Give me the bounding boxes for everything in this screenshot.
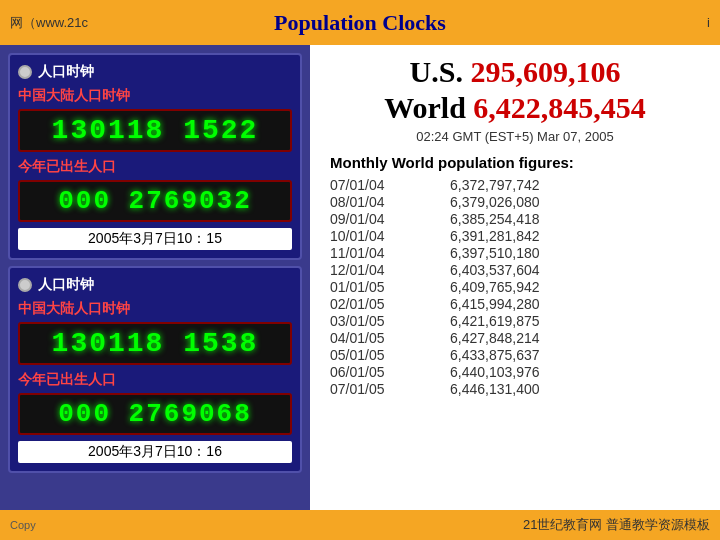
- widget-1-main-display: 130118 1522: [18, 109, 292, 152]
- population-table: 07/01/046,372,797,74208/01/046,379,026,0…: [330, 177, 700, 397]
- table-row-date-9: 04/01/05: [330, 330, 430, 346]
- table-row-date-3: 10/01/04: [330, 228, 430, 244]
- bottom-bar: Copy 21世纪教育网 普通教学资源模板: [0, 510, 720, 540]
- widget-2-timestamp: 2005年3月7日10：16: [18, 441, 292, 463]
- table-row-date-6: 01/01/05: [330, 279, 430, 295]
- table-row-date-8: 03/01/05: [330, 313, 430, 329]
- table-row-value-8: 6,421,619,875: [450, 313, 700, 329]
- widget-1-section-label: 中国大陆人口时钟: [18, 87, 292, 105]
- table-row-value-4: 6,397,510,180: [450, 245, 700, 261]
- widget-2-title: 人口时钟: [38, 276, 94, 294]
- clock-widget-1: 人口时钟 中国大陆人口时钟 130118 1522 今年已出生人口 000 27…: [8, 53, 302, 260]
- widget-1-title: 人口时钟: [38, 63, 94, 81]
- widget-2-header: 人口时钟: [18, 276, 292, 294]
- table-row-value-0: 6,372,797,742: [450, 177, 700, 193]
- top-bar-logo: i: [707, 15, 710, 30]
- clock-widget-2: 人口时钟 中国大陆人口时钟 130118 1538 今年已出生人口 000 27…: [8, 266, 302, 473]
- table-row-date-5: 12/01/04: [330, 262, 430, 278]
- table-row-date-1: 08/01/04: [330, 194, 430, 210]
- table-row-date-7: 02/01/05: [330, 296, 430, 312]
- widget-2-main-display: 130118 1538: [18, 322, 292, 365]
- top-bar-left-text: 网（www.21c: [10, 14, 88, 32]
- left-panel: 人口时钟 中国大陆人口时钟 130118 1522 今年已出生人口 000 27…: [0, 45, 310, 510]
- us-label: U.S.: [410, 55, 463, 88]
- widget-1-sub-display: 000 2769032: [18, 180, 292, 222]
- widget-1-timestamp: 2005年3月7日10：15: [18, 228, 292, 250]
- table-row-date-4: 11/01/04: [330, 245, 430, 261]
- gmt-line: 02:24 GMT (EST+5) Mar 07, 2005: [330, 129, 700, 144]
- monthly-title: Monthly World population figures:: [330, 154, 700, 171]
- world-number: 6,422,845,454: [473, 91, 646, 124]
- table-row-value-5: 6,403,537,604: [450, 262, 700, 278]
- top-bar: 网（www.21c Population Clocks i: [0, 0, 720, 45]
- table-row-value-1: 6,379,026,080: [450, 194, 700, 210]
- main-content: 人口时钟 中国大陆人口时钟 130118 1522 今年已出生人口 000 27…: [0, 45, 720, 510]
- bottom-left-text: Copy: [10, 519, 36, 531]
- table-row-date-12: 07/01/05: [330, 381, 430, 397]
- radio-icon-2[interactable]: [18, 278, 32, 292]
- widget-1-header: 人口时钟: [18, 63, 292, 81]
- table-row-value-12: 6,446,131,400: [450, 381, 700, 397]
- radio-icon-1[interactable]: [18, 65, 32, 79]
- right-panel: U.S. 295,609,106 World 6,422,845,454 02:…: [310, 45, 720, 510]
- top-bar-title: Population Clocks: [274, 10, 446, 36]
- bottom-right-text: 21世纪教育网 普通教学资源模板: [523, 516, 710, 534]
- table-row-date-11: 06/01/05: [330, 364, 430, 380]
- table-row-value-2: 6,385,254,418: [450, 211, 700, 227]
- table-row-date-2: 09/01/04: [330, 211, 430, 227]
- table-row-value-7: 6,415,994,280: [450, 296, 700, 312]
- widget-2-sub-label: 今年已出生人口: [18, 371, 292, 389]
- us-line: U.S. 295,609,106: [330, 55, 700, 89]
- widget-1-sub-label: 今年已出生人口: [18, 158, 292, 176]
- widget-2-section-label: 中国大陆人口时钟: [18, 300, 292, 318]
- table-row-value-6: 6,409,765,942: [450, 279, 700, 295]
- table-row-date-10: 05/01/05: [330, 347, 430, 363]
- table-row-date-0: 07/01/04: [330, 177, 430, 193]
- world-line: World 6,422,845,454: [330, 91, 700, 125]
- table-row-value-9: 6,427,848,214: [450, 330, 700, 346]
- table-row-value-3: 6,391,281,842: [450, 228, 700, 244]
- world-label: World: [384, 91, 466, 124]
- us-number: 295,609,106: [470, 55, 620, 88]
- table-row-value-11: 6,440,103,976: [450, 364, 700, 380]
- widget-2-sub-display: 000 2769068: [18, 393, 292, 435]
- table-row-value-10: 6,433,875,637: [450, 347, 700, 363]
